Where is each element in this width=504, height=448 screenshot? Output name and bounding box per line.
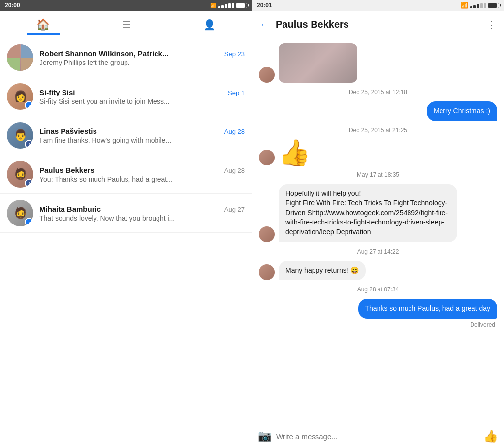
avatar xyxy=(7,44,33,71)
thumbs-up-reaction: 👍 xyxy=(279,140,311,165)
list-item[interactable]: 👩 m Si-fity Sisi Sep 1 Si-fity Sisi sent… xyxy=(0,77,252,116)
conv-info: Mihaita Bamburic Aug 27 That sounds love… xyxy=(39,205,245,222)
message-timestamp: Dec 25, 2015 at 21:25 xyxy=(259,127,497,134)
send-like-button[interactable]: 👍 xyxy=(483,429,498,443)
right-status-bar: 20:01 📶 xyxy=(252,0,504,11)
avatar: 👩 m xyxy=(7,83,33,110)
list-item[interactable]: 🧔 m Mihaita Bamburic Aug 27 That sounds … xyxy=(0,194,252,233)
profile-icon: 👤 xyxy=(203,19,216,31)
conv-name: Paulus Bekkers xyxy=(39,166,94,174)
msg-avatar xyxy=(259,226,275,242)
message-row: 👍 xyxy=(259,140,497,165)
conv-info: Paulus Bekkers Aug 28 You: Thanks so muc… xyxy=(39,166,245,183)
messenger-badge: m xyxy=(25,101,33,110)
msg-avatar xyxy=(259,264,275,280)
conv-info: Linas Pašviestis Aug 28 I am fine thanks… xyxy=(39,127,245,144)
more-options-button[interactable]: ⋮ xyxy=(487,19,496,30)
conv-info: Robert Shannon Wilkinson, Patrick... Sep… xyxy=(39,49,245,66)
facebook-badge: f xyxy=(25,140,33,149)
list-icon: ☰ xyxy=(122,19,131,31)
chat-contact-name: Paulus Bekkers xyxy=(276,19,481,30)
wifi-icon-left: 📶 xyxy=(210,3,216,8)
message-timestamp: Aug 27 at 14:22 xyxy=(259,248,497,255)
list-item[interactable]: 👨 f Linas Pašviestis Aug 28 I am fine th… xyxy=(0,116,252,155)
back-button[interactable]: ← xyxy=(260,19,270,30)
battery-left xyxy=(236,3,247,8)
conv-preview: You: Thanks so much Paulus, had a great.… xyxy=(39,175,245,183)
conv-preview: Si-fity Sisi sent you an invite to join … xyxy=(39,97,245,105)
battery-right xyxy=(488,3,499,8)
chat-messages: Dec 25, 2015 at 12:18 Merry Christmas ;)… xyxy=(252,38,504,424)
nav-list[interactable]: ☰ xyxy=(112,15,141,34)
conversation-list-panel: 🏠 ☰ 👤 xyxy=(0,11,252,448)
message-timestamp: Aug 28 at 07:34 xyxy=(259,286,497,293)
avatar: 👨 f xyxy=(7,122,33,149)
message-row: Many happy returns! 😄 xyxy=(259,261,497,281)
message-row: Hopefully it will help you! Fight Fire W… xyxy=(259,184,497,242)
message-bubble-received: Hopefully it will help you! Fight Fire W… xyxy=(279,184,457,242)
conv-name: Robert Shannon Wilkinson, Patrick... xyxy=(39,49,168,58)
message-bubble-received: Many happy returns! 😄 xyxy=(279,261,366,281)
conv-date: Aug 27 xyxy=(224,206,245,213)
avatar: 🧔 m xyxy=(7,200,33,226)
conv-name: Linas Pašviestis xyxy=(39,127,97,135)
delivered-status: Delivered xyxy=(259,321,495,328)
conv-date: Sep 1 xyxy=(228,89,245,96)
conv-name: Mihaita Bamburic xyxy=(39,205,101,213)
avatar: 🧔 f xyxy=(7,161,33,188)
conversation-list: Robert Shannon Wilkinson, Patrick... Sep… xyxy=(0,38,252,448)
message-bubble-sent: Thanks so much Paulus, had a great day xyxy=(358,299,497,319)
message-input[interactable] xyxy=(276,432,478,441)
received-image xyxy=(279,43,357,83)
messenger-badge: m xyxy=(25,218,33,226)
home-icon: 🏠 xyxy=(36,18,50,31)
message-row: Merry Christmas ;) xyxy=(259,101,497,121)
conv-name: Si-fity Sisi xyxy=(39,88,75,96)
left-status-bar: 20:00 📶 xyxy=(0,0,252,11)
chat-header: ← Paulus Bekkers ⋮ xyxy=(252,11,504,38)
facebook-badge: f xyxy=(25,179,33,188)
conv-date: Aug 28 xyxy=(224,128,245,135)
message-row: Thanks so much Paulus, had a great day xyxy=(259,299,497,319)
message-timestamp: May 17 at 18:35 xyxy=(259,171,497,178)
nav-home[interactable]: 🏠 xyxy=(27,14,60,35)
conv-preview: Jeremy Phillips left the group. xyxy=(39,59,245,66)
conv-preview: I am fine thanks. How's going with mobil… xyxy=(39,136,245,144)
conv-info: Si-fity Sisi Sep 1 Si-fity Sisi sent you… xyxy=(39,88,245,105)
camera-button[interactable]: 📷 xyxy=(258,430,271,443)
list-item[interactable]: 🧔 f Paulus Bekkers Aug 28 You: Thanks so… xyxy=(0,155,252,194)
message-row xyxy=(259,43,497,83)
chat-panel: ← Paulus Bekkers ⋮ Dec 25, 2015 at 12:18… xyxy=(252,11,504,448)
message-timestamp: Dec 25, 2015 at 12:18 xyxy=(259,89,497,96)
right-time: 20:01 xyxy=(257,2,272,9)
signal-right xyxy=(470,3,486,8)
conv-date: Sep 23 xyxy=(224,50,245,58)
nav-profile[interactable]: 👤 xyxy=(193,15,225,34)
message-bubble-sent: Merry Christmas ;) xyxy=(427,101,497,121)
wifi-icon-right: 📶 xyxy=(461,2,468,9)
conv-preview: That sounds lovely. Now that you brought… xyxy=(39,214,245,222)
left-time: 20:00 xyxy=(5,2,20,9)
msg-avatar xyxy=(259,150,275,165)
list-item[interactable]: Robert Shannon Wilkinson, Patrick... Sep… xyxy=(0,38,252,77)
conv-date: Aug 28 xyxy=(224,167,245,174)
chat-input-bar: 📷 👍 xyxy=(252,424,504,448)
left-nav: 🏠 ☰ 👤 xyxy=(0,11,252,38)
signal-left xyxy=(218,3,234,8)
msg-avatar xyxy=(259,67,275,83)
